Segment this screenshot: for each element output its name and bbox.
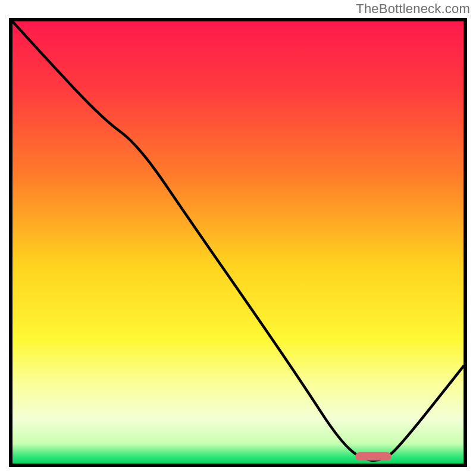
optimal-range-marker	[355, 452, 392, 461]
chart-plot-area	[12, 21, 464, 464]
chart-frame	[9, 18, 467, 467]
gradient-background	[12, 21, 464, 464]
attribution-label: TheBottleneck.com	[356, 1, 470, 17]
